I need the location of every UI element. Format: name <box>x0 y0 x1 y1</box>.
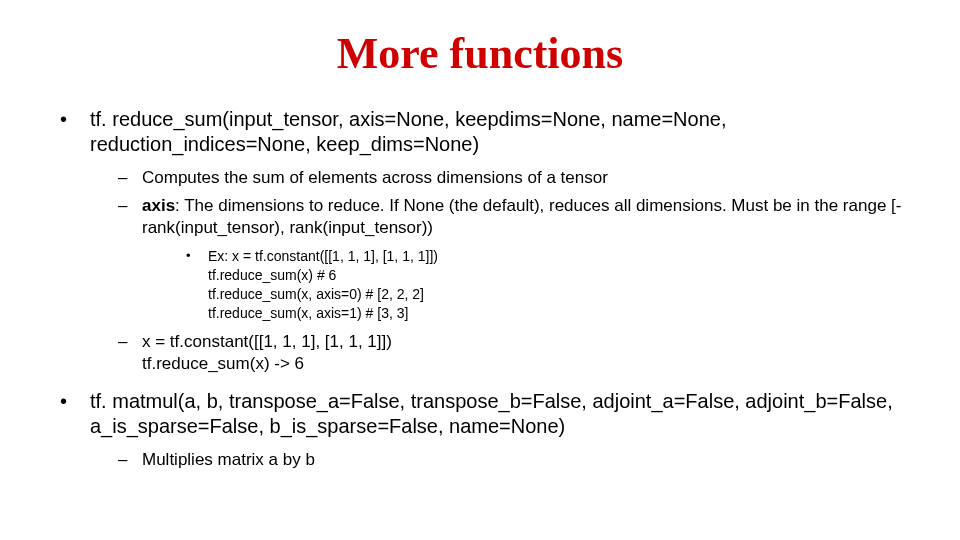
example-line: tf.reduce_sum(x) # 6 <box>208 266 908 285</box>
function-signature: tf. reduce_sum(input_tensor, axis=None, … <box>90 107 908 157</box>
example-block: Ex: x = tf.constant([[1, 1, 1], [1, 1, 1… <box>182 247 908 323</box>
example-line: tf.reduce_sum(x) -> 6 <box>142 354 304 373</box>
slide: More functions tf. reduce_sum(input_tens… <box>0 0 960 540</box>
bullet-item: tf. matmul(a, b, transpose_a=False, tran… <box>52 389 908 471</box>
sub-list: Computes the sum of elements across dime… <box>90 167 908 375</box>
bullet-item: tf. reduce_sum(input_tensor, axis=None, … <box>52 107 908 375</box>
sub-item: x = tf.constant([[1, 1, 1], [1, 1, 1]]) … <box>114 331 908 375</box>
function-signature: tf. matmul(a, b, transpose_a=False, tran… <box>90 389 908 439</box>
bullet-list: tf. reduce_sum(input_tensor, axis=None, … <box>48 107 912 471</box>
slide-title: More functions <box>48 28 912 79</box>
example-line: tf.reduce_sum(x, axis=1) # [3, 3] <box>208 304 908 323</box>
sub-list: Multiplies matrix a by b <box>90 449 908 471</box>
sub-text: Multiplies matrix a by b <box>142 450 315 469</box>
sub-text: Computes the sum of elements across dime… <box>142 168 608 187</box>
param-name: axis <box>142 196 175 215</box>
param-desc: : The dimensions to reduce. If None (the… <box>142 196 901 237</box>
sub-item: axis: The dimensions to reduce. If None … <box>114 195 908 323</box>
sub-item: Computes the sum of elements across dime… <box>114 167 908 189</box>
example-line: x = tf.constant([[1, 1, 1], [1, 1, 1]]) <box>142 332 392 351</box>
sub-item: Multiplies matrix a by b <box>114 449 908 471</box>
example-line: tf.reduce_sum(x, axis=0) # [2, 2, 2] <box>208 285 908 304</box>
example-list: Ex: x = tf.constant([[1, 1, 1], [1, 1, 1… <box>142 247 908 323</box>
example-line: Ex: x = tf.constant([[1, 1, 1], [1, 1, 1… <box>208 247 908 266</box>
